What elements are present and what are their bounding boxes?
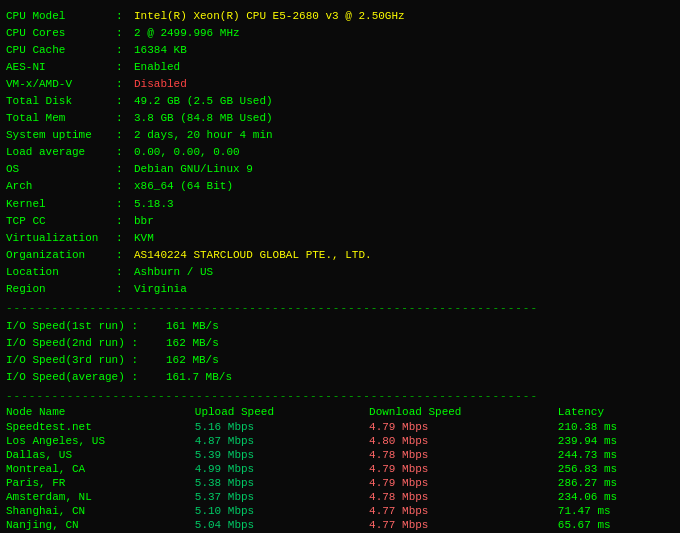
table-row: Amsterdam, NL5.37 Mbps4.78 Mbps234.06 ms [6, 490, 674, 504]
latency-value: 210.38 ms [558, 420, 674, 434]
node-name: Paris, FR [6, 476, 195, 490]
download-speed: 4.79 Mbps [369, 462, 558, 476]
upload-speed: 5.37 Mbps [195, 490, 369, 504]
field-label: Virtualization [6, 230, 116, 247]
field-value: 49.2 GB (2.5 GB Used) [134, 93, 273, 110]
field-label: Location [6, 264, 116, 281]
field-value: 3.8 GB (84.8 MB Used) [134, 110, 273, 127]
field-colon: : [116, 110, 130, 127]
download-speed: 4.80 Mbps [369, 434, 558, 448]
node-name: Nanjing, CN [6, 518, 195, 532]
field-value: Debian GNU/Linux 9 [134, 161, 253, 178]
field-label: TCP CC [6, 213, 116, 230]
system-info-row: CPU Cache: 16384 KB [6, 42, 674, 59]
download-speed: 4.78 Mbps [369, 490, 558, 504]
download-speed: 4.77 Mbps [369, 504, 558, 518]
field-label: AES-NI [6, 59, 116, 76]
latency-value: 286.27 ms [558, 476, 674, 490]
field-colon: : [116, 196, 130, 213]
download-speed: 4.79 Mbps [369, 420, 558, 434]
header-download: Download Speed [369, 406, 558, 420]
field-value: 5.18.3 [134, 196, 174, 213]
io-label: I/O Speed(1st run) : [6, 318, 166, 335]
io-row: I/O Speed(3rd run) : 162 MB/s [6, 352, 674, 369]
node-name: Los Angeles, US [6, 434, 195, 448]
node-name: Dallas, US [6, 448, 195, 462]
system-info-row: VM-x/AMD-V: Disabled [6, 76, 674, 93]
field-label: Total Mem [6, 110, 116, 127]
upload-speed: 5.10 Mbps [195, 504, 369, 518]
header-node: Node Name [6, 406, 195, 420]
download-speed: 4.78 Mbps [369, 448, 558, 462]
field-colon: : [116, 42, 130, 59]
field-label: CPU Cache [6, 42, 116, 59]
system-info-row: Kernel: 5.18.3 [6, 196, 674, 213]
system-info-row: Virtualization: KVM [6, 230, 674, 247]
field-value: 2 days, 20 hour 4 min [134, 127, 273, 144]
latency-value: 65.67 ms [558, 518, 674, 532]
table-row: Paris, FR5.38 Mbps4.79 Mbps286.27 ms [6, 476, 674, 490]
download-speed: 4.79 Mbps [369, 476, 558, 490]
system-info-row: Arch: x86_64 (64 Bit) [6, 178, 674, 195]
field-label: System uptime [6, 127, 116, 144]
field-value: AS140224 STARCLOUD GLOBAL PTE., LTD. [134, 247, 372, 264]
system-info-row: Total Disk: 49.2 GB (2.5 GB Used) [6, 93, 674, 110]
header-latency: Latency [558, 406, 674, 420]
field-label: VM-x/AMD-V [6, 76, 116, 93]
system-info-row: CPU Cores: 2 @ 2499.996 MHz [6, 25, 674, 42]
upload-speed: 5.04 Mbps [195, 518, 369, 532]
io-row: I/O Speed(1st run) : 161 MB/s [6, 318, 674, 335]
field-label: Kernel [6, 196, 116, 213]
field-colon: : [116, 281, 130, 298]
field-label: OS [6, 161, 116, 178]
field-label: Load average [6, 144, 116, 161]
field-value: bbr [134, 213, 154, 230]
system-info-row: Total Mem: 3.8 GB (84.8 MB Used) [6, 110, 674, 127]
system-info-row: CPU Model: Intel(R) Xeon(R) CPU E5-2680 … [6, 8, 674, 25]
download-speed: 4.77 Mbps [369, 518, 558, 532]
system-info-row: Organization: AS140224 STARCLOUD GLOBAL … [6, 247, 674, 264]
field-value: Disabled [134, 76, 187, 93]
field-colon: : [116, 230, 130, 247]
field-colon: : [116, 59, 130, 76]
field-value: Virginia [134, 281, 187, 298]
system-info-row: AES-NI: Enabled [6, 59, 674, 76]
field-colon: : [116, 178, 130, 195]
table-row: Montreal, CA4.99 Mbps4.79 Mbps256.83 ms [6, 462, 674, 476]
system-info-row: Load average: 0.00, 0.00, 0.00 [6, 144, 674, 161]
field-colon: : [116, 76, 130, 93]
field-label: Organization [6, 247, 116, 264]
upload-speed: 4.87 Mbps [195, 434, 369, 448]
field-label: Total Disk [6, 93, 116, 110]
latency-value: 239.94 ms [558, 434, 674, 448]
field-colon: : [116, 264, 130, 281]
table-header-row: Node NameUpload SpeedDownload SpeedLaten… [6, 406, 674, 420]
field-value: 2 @ 2499.996 MHz [134, 25, 240, 42]
field-colon: : [116, 93, 130, 110]
field-value: Ashburn / US [134, 264, 213, 281]
field-label: CPU Cores [6, 25, 116, 42]
field-value: x86_64 (64 Bit) [134, 178, 233, 195]
system-info-row: TCP CC: bbr [6, 213, 674, 230]
node-name: Montreal, CA [6, 462, 195, 476]
field-value: KVM [134, 230, 154, 247]
io-row: I/O Speed(2nd run) : 162 MB/s [6, 335, 674, 352]
io-row: I/O Speed(average) : 161.7 MB/s [6, 369, 674, 386]
io-value: 161.7 MB/s [166, 369, 232, 386]
latency-value: 71.47 ms [558, 504, 674, 518]
field-colon: : [116, 161, 130, 178]
latency-value: 244.73 ms [558, 448, 674, 462]
io-value: 162 MB/s [166, 352, 219, 369]
node-name: Speedtest.net [6, 420, 195, 434]
field-value: Intel(R) Xeon(R) CPU E5-2680 v3 @ 2.50GH… [134, 8, 405, 25]
system-info-row: OS: Debian GNU/Linux 9 [6, 161, 674, 178]
table-row: Los Angeles, US4.87 Mbps4.80 Mbps239.94 … [6, 434, 674, 448]
divider1: ----------------------------------------… [6, 302, 674, 314]
table-row: Nanjing, CN5.04 Mbps4.77 Mbps65.67 ms [6, 518, 674, 532]
table-row: Speedtest.net5.16 Mbps4.79 Mbps210.38 ms [6, 420, 674, 434]
table-row: Shanghai, CN5.10 Mbps4.77 Mbps71.47 ms [6, 504, 674, 518]
field-colon: : [116, 25, 130, 42]
divider2: ----------------------------------------… [6, 390, 674, 402]
system-info-row: System uptime: 2 days, 20 hour 4 min [6, 127, 674, 144]
io-label: I/O Speed(3rd run) : [6, 352, 166, 369]
